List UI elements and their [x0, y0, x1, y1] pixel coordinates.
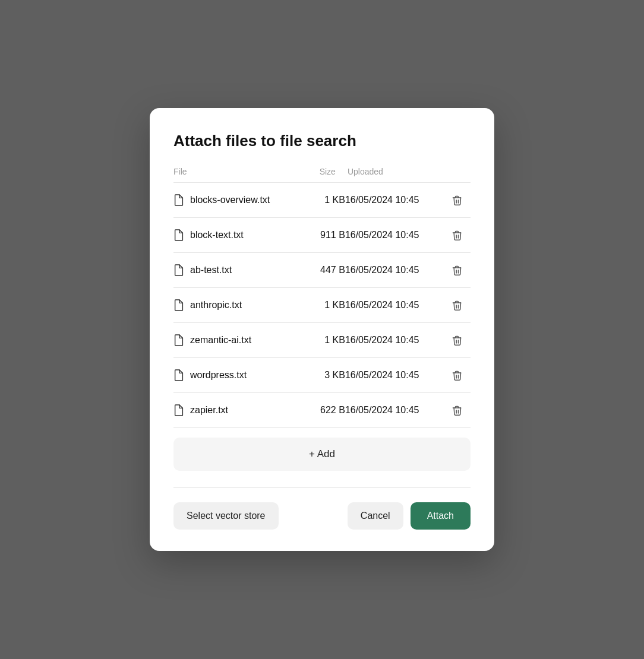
file-icon [173, 369, 184, 381]
file-name: anthropic.txt [190, 300, 242, 311]
file-action-cell [449, 393, 471, 428]
file-action-cell [449, 218, 471, 253]
trash-icon [452, 405, 462, 416]
file-uploaded: 16/05/2024 10:45 [345, 323, 449, 358]
col-header-file: File [173, 167, 309, 183]
col-header-action [449, 167, 471, 183]
col-header-uploaded: Uploaded [345, 167, 449, 183]
trash-icon [452, 300, 462, 311]
file-name-cell: wordpress.txt [173, 358, 309, 393]
table-row: anthropic.txt 1 KB16/05/2024 10:45 [173, 288, 471, 323]
file-action-cell [449, 253, 471, 288]
file-size: 911 B [309, 218, 345, 253]
file-uploaded: 16/05/2024 10:45 [345, 288, 449, 323]
table-row: blocks-overview.txt 1 KB16/05/2024 10:45 [173, 183, 471, 218]
file-action-cell [449, 358, 471, 393]
file-name-cell: blocks-overview.txt [173, 183, 309, 218]
file-name-cell: zemantic-ai.txt [173, 323, 309, 358]
delete-file-button[interactable] [449, 297, 465, 313]
file-name: zemantic-ai.txt [190, 335, 251, 346]
delete-file-button[interactable] [449, 192, 465, 208]
file-action-cell [449, 288, 471, 323]
footer-actions: Select vector store Cancel Attach [173, 502, 471, 530]
file-name: blocks-overview.txt [190, 195, 270, 205]
file-uploaded: 16/05/2024 10:45 [345, 393, 449, 428]
file-size: 622 B [309, 393, 345, 428]
attach-button[interactable]: Attach [411, 502, 471, 530]
table-row: zapier.txt 622 B16/05/2024 10:45 [173, 393, 471, 428]
table-row: block-text.txt 911 B16/05/2024 10:45 [173, 218, 471, 253]
file-name: wordpress.txt [190, 370, 247, 381]
trash-icon [452, 265, 462, 275]
table-row: ab-test.txt 447 B16/05/2024 10:45 [173, 253, 471, 288]
file-size: 1 KB [309, 288, 345, 323]
delete-file-button[interactable] [449, 403, 465, 418]
file-name: zapier.txt [190, 405, 228, 416]
file-size: 447 B [309, 253, 345, 288]
file-action-cell [449, 183, 471, 218]
attach-files-modal: Attach files to file search File Size Up… [150, 108, 494, 551]
file-uploaded: 16/05/2024 10:45 [345, 253, 449, 288]
table-row: zemantic-ai.txt 1 KB16/05/2024 10:45 [173, 323, 471, 358]
file-icon [173, 334, 184, 346]
delete-file-button[interactable] [449, 227, 465, 243]
select-vector-store-button[interactable]: Select vector store [173, 502, 279, 530]
file-icon [173, 404, 184, 416]
file-size: 3 KB [309, 358, 345, 393]
table-row: wordpress.txt 3 KB16/05/2024 10:45 [173, 358, 471, 393]
file-uploaded: 16/05/2024 10:45 [345, 218, 449, 253]
delete-file-button[interactable] [449, 262, 465, 278]
file-name-cell: zapier.txt [173, 393, 309, 428]
add-button[interactable]: + Add [173, 438, 471, 471]
trash-icon [452, 230, 462, 240]
file-icon [173, 264, 184, 276]
file-name-cell: anthropic.txt [173, 288, 309, 323]
cancel-button[interactable]: Cancel [348, 502, 403, 530]
modal-title: Attach files to file search [173, 132, 471, 150]
trash-icon [452, 335, 462, 346]
delete-file-button[interactable] [449, 367, 465, 383]
col-header-size: Size [309, 167, 345, 183]
file-name-cell: block-text.txt [173, 218, 309, 253]
file-name: block-text.txt [190, 230, 244, 240]
trash-icon [452, 195, 462, 205]
file-action-cell [449, 323, 471, 358]
trash-icon [452, 370, 462, 381]
footer-divider [173, 487, 471, 488]
file-icon [173, 299, 184, 311]
file-icon [173, 229, 184, 241]
file-icon [173, 194, 184, 206]
files-table: File Size Uploaded blocks-overview.txt 1… [173, 167, 471, 428]
delete-file-button[interactable] [449, 332, 465, 348]
file-name-cell: ab-test.txt [173, 253, 309, 288]
file-name: ab-test.txt [190, 265, 232, 275]
file-size: 1 KB [309, 323, 345, 358]
file-size: 1 KB [309, 183, 345, 218]
right-actions: Cancel Attach [348, 502, 471, 530]
file-uploaded: 16/05/2024 10:45 [345, 358, 449, 393]
file-uploaded: 16/05/2024 10:45 [345, 183, 449, 218]
